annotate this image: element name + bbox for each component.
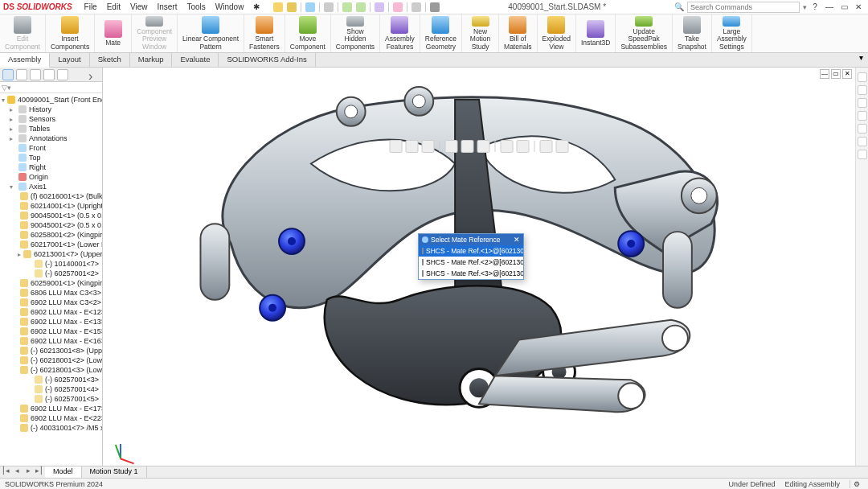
ribbon-smart-fasteners[interactable]: SmartFasteners bbox=[244, 14, 285, 52]
ribbon-reference-geometry[interactable]: ReferenceGeometry bbox=[420, 14, 462, 52]
tab-evaluate[interactable]: Evaluate bbox=[172, 53, 219, 67]
minimize-button[interactable]: — bbox=[823, 2, 836, 11]
tree-item[interactable]: 6902 LLU Max C3<2> (Bear bbox=[0, 298, 102, 307]
tree-item[interactable]: 90045001<1> (0.5 x 0.6 x 1 B bbox=[0, 211, 102, 220]
hide-show-icon[interactable] bbox=[501, 140, 514, 153]
tab-solidworks-add-ins[interactable]: SOLIDWORKS Add-Ins bbox=[219, 53, 315, 67]
mdi-close-icon[interactable]: ✕ bbox=[842, 69, 852, 79]
collapse-ribbon-icon[interactable]: ▾ bbox=[854, 53, 868, 67]
task-appearances-icon[interactable] bbox=[858, 124, 867, 134]
popup-item[interactable]: SHCS - Mate Ref.<1>@[60213001<7>] bbox=[419, 245, 523, 257]
search-input[interactable] bbox=[687, 2, 800, 13]
tree-item[interactable]: ▸Sensors bbox=[0, 114, 102, 124]
btab-nav-next[interactable]: ▸ bbox=[23, 466, 34, 478]
tree-item[interactable]: ▾Axis1 bbox=[0, 182, 102, 191]
tree-item[interactable]: 60214001<1> (Upright - Lef bbox=[0, 201, 102, 211]
view-settings-icon[interactable] bbox=[556, 140, 569, 153]
maximize-button[interactable]: ▭ bbox=[837, 2, 850, 11]
display-style-icon[interactable] bbox=[461, 140, 474, 153]
tree-item[interactable]: Front bbox=[0, 143, 102, 153]
status-units-icon[interactable]: ⚙ bbox=[850, 480, 863, 488]
tree-item[interactable]: 6902 LLU Max - E<16> (Ø 1 bbox=[0, 336, 102, 346]
task-custom-props-icon[interactable] bbox=[858, 137, 867, 146]
tree-item[interactable]: Right bbox=[0, 162, 102, 172]
qat-select-icon[interactable] bbox=[375, 2, 384, 12]
tree-item[interactable]: 6902 LLU Max - E<17> (Ø 1 bbox=[0, 404, 102, 413]
ribbon-instant-d[interactable]: Instant3D bbox=[576, 14, 616, 52]
task-file-explorer-icon[interactable] bbox=[858, 98, 867, 108]
zoom-fit-icon[interactable] bbox=[390, 140, 403, 153]
qat-undo-icon[interactable] bbox=[342, 2, 352, 12]
tree-item[interactable]: 6806 LLU Max C3<3> (Bear bbox=[0, 288, 102, 298]
graphics-viewport[interactable]: Select Mate Reference ✕ SHCS - Mate Ref.… bbox=[103, 68, 855, 466]
help-icon[interactable]: ? bbox=[809, 2, 821, 11]
popup-item[interactable]: SHCS - Mate Ref.<3>@[60213001<7>] bbox=[419, 268, 523, 279]
task-view-palette-icon[interactable] bbox=[858, 111, 867, 121]
orientation-triad[interactable] bbox=[108, 437, 132, 461]
bottom-tab-model[interactable]: Model bbox=[45, 466, 82, 478]
fm-expand-icon[interactable]: › bbox=[88, 69, 100, 80]
tree-root[interactable]: ▾ 40099001_Start (Front End Sub Asse ▴ bbox=[0, 95, 102, 105]
tree-item[interactable]: 6902 LLU Max - E<15> (Ø 1 bbox=[0, 327, 102, 336]
qat-settings-icon[interactable] bbox=[430, 2, 440, 12]
tree-item[interactable]: 6902 LLU Max - E<12> (Ø 1 bbox=[0, 307, 102, 317]
search-dropdown-icon[interactable]: ▾ bbox=[803, 3, 807, 11]
section-view-icon[interactable] bbox=[445, 140, 458, 153]
popup-close-icon[interactable]: ✕ bbox=[514, 236, 520, 244]
tree-item[interactable]: ▸History bbox=[0, 105, 102, 114]
fm-tab-appearance[interactable] bbox=[57, 69, 68, 80]
btab-nav-prev[interactable]: ◂ bbox=[11, 466, 23, 478]
tree-item[interactable]: 6902 LLU Max - E<13> (Ø 1 bbox=[0, 317, 102, 327]
menu-tools[interactable]: Tools bbox=[182, 2, 209, 11]
qat-redo-icon[interactable] bbox=[356, 2, 366, 12]
ribbon-move-component[interactable]: MoveComponent bbox=[285, 14, 331, 52]
task-forum-icon[interactable] bbox=[858, 150, 867, 159]
popup-titlebar[interactable]: Select Mate Reference ✕ bbox=[419, 234, 523, 245]
menu-insert[interactable]: Insert bbox=[153, 2, 181, 11]
ribbon-take-snapshot[interactable]: TakeSnapshot bbox=[673, 14, 712, 52]
tree-item[interactable]: (-) 60257001<3> bbox=[0, 375, 102, 384]
qat-open-icon[interactable] bbox=[287, 2, 297, 12]
apply-scene-icon[interactable] bbox=[540, 140, 553, 153]
tree-item[interactable]: (-) 60213001<8> (Upper Art bbox=[0, 346, 102, 355]
ribbon-mate[interactable]: Mate bbox=[95, 14, 132, 52]
ribbon-show-hidden-components[interactable]: ShowHiddenComponents bbox=[331, 14, 380, 52]
ribbon-large-assembly-settings[interactable]: LargeAssemblySettings bbox=[712, 14, 752, 52]
tree-item[interactable]: ▸Tables bbox=[0, 124, 102, 134]
tab-layout[interactable]: Layout bbox=[50, 53, 90, 67]
qat-new-icon[interactable] bbox=[273, 2, 283, 12]
tree-item[interactable]: 60258001<2> (Kingpin Spac bbox=[0, 230, 102, 240]
qat-print-icon[interactable] bbox=[324, 2, 334, 12]
filter-icon[interactable]: ▽▾ bbox=[2, 84, 11, 92]
fm-tab-tree[interactable] bbox=[2, 69, 14, 80]
view-orientation-icon[interactable] bbox=[477, 140, 490, 153]
tree-item[interactable]: 6902 LLU Max - E<22> (Ø 1 bbox=[0, 413, 102, 423]
tree-item[interactable]: ▸Annotations bbox=[0, 134, 102, 143]
ribbon-new-motion-study[interactable]: NewMotionStudy bbox=[462, 14, 499, 52]
menu-edit[interactable]: Edit bbox=[103, 2, 125, 11]
tab-sketch[interactable]: Sketch bbox=[90, 53, 130, 67]
tree-item[interactable]: (-) 60257001<4> bbox=[0, 384, 102, 394]
menu-help-icon[interactable]: ✱ bbox=[249, 2, 264, 11]
tree-item[interactable]: Origin bbox=[0, 172, 102, 182]
ribbon-assembly-features[interactable]: AssemblyFeatures bbox=[380, 14, 420, 52]
btab-nav-last[interactable]: ▸⎮ bbox=[34, 466, 45, 478]
bottom-tab-motion-study-[interactable]: Motion Study 1 bbox=[82, 466, 147, 478]
tree-item[interactable]: (-) 60257001<5> bbox=[0, 394, 102, 404]
tree-item[interactable]: (-) 10140001<7> bbox=[0, 259, 102, 269]
menu-view[interactable]: View bbox=[126, 2, 152, 11]
tree-item[interactable]: (-) 60218001<3> (Lower AR A bbox=[0, 365, 102, 375]
popup-item[interactable]: SHCS - Mate Ref.<2>@[60213001<7>] bbox=[419, 257, 523, 268]
close-button[interactable]: ✕ bbox=[852, 2, 865, 11]
tree-item[interactable]: ▸60213001<7> (Upper Articu bbox=[0, 249, 102, 259]
tree-item[interactable]: (-) 60257001<2> bbox=[0, 269, 102, 278]
tree-item[interactable]: 60217001<1> (Lower Frame bbox=[0, 240, 102, 249]
qat-save-icon[interactable] bbox=[305, 2, 315, 12]
prev-view-icon[interactable] bbox=[422, 140, 435, 153]
qat-rebuild-icon[interactable] bbox=[393, 2, 403, 12]
mdi-max-icon[interactable]: ▭ bbox=[831, 69, 841, 79]
fm-tab-property[interactable] bbox=[16, 69, 27, 80]
mdi-min-icon[interactable]: — bbox=[820, 69, 829, 79]
task-resources-icon[interactable] bbox=[858, 72, 867, 82]
menu-file[interactable]: File bbox=[80, 2, 101, 11]
